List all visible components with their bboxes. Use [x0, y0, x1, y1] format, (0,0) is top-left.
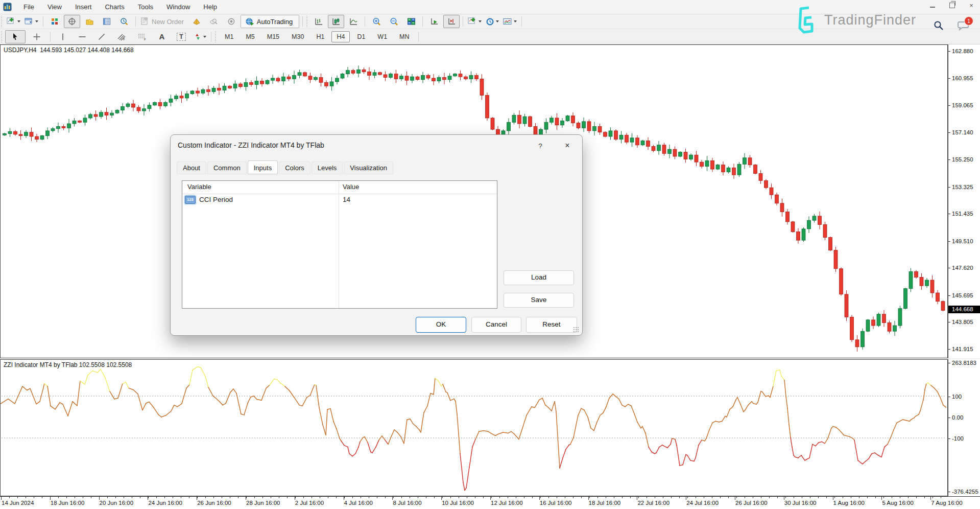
- column-value: Value: [343, 183, 359, 191]
- metaeditor-button[interactable]: [206, 15, 222, 28]
- load-button[interactable]: Load: [504, 270, 574, 285]
- templates-button[interactable]: [501, 15, 518, 28]
- community-button[interactable]: [223, 15, 240, 28]
- cancel-button[interactable]: Cancel: [471, 317, 521, 333]
- ok-button[interactable]: OK: [416, 317, 466, 333]
- price-tick: 153.325: [948, 183, 973, 191]
- menu-window[interactable]: Window: [160, 1, 197, 13]
- tile-windows-button[interactable]: [403, 15, 419, 28]
- timeframe-h1[interactable]: H1: [311, 31, 329, 42]
- cursor-tool-button[interactable]: [5, 30, 26, 43]
- variable-value[interactable]: 14: [343, 196, 350, 203]
- menu-tools[interactable]: Tools: [131, 1, 160, 13]
- strategy-tester-button[interactable]: [116, 15, 132, 28]
- auto-scroll-button[interactable]: [426, 15, 442, 28]
- zoom-out-button[interactable]: [386, 15, 402, 28]
- timeframe-w1[interactable]: W1: [372, 31, 392, 42]
- toolbar-drag-handle[interactable]: [215, 31, 217, 42]
- resize-grip[interactable]: [573, 327, 579, 332]
- arrows-tool-button[interactable]: [192, 30, 208, 43]
- navigator-button[interactable]: [81, 15, 98, 28]
- timeframe-m5[interactable]: M5: [241, 31, 259, 42]
- timeframe-m30[interactable]: M30: [286, 31, 309, 42]
- time-minor-tick: [924, 497, 925, 498]
- indicator-tick: 263.8183: [948, 359, 976, 366]
- indicator-panel[interactable]: ZZI Indicator MT4 by TFlab 102.5508 102.…: [0, 359, 948, 496]
- timeframe-d1[interactable]: D1: [352, 31, 370, 42]
- tab-common[interactable]: Common: [207, 161, 247, 174]
- time-minor-tick: [83, 497, 83, 498]
- time-minor-tick: [410, 497, 410, 498]
- indicator-line-chart[interactable]: [1, 360, 946, 495]
- crosshair-tool-button[interactable]: [27, 30, 47, 43]
- chart-shift-button[interactable]: [443, 15, 460, 28]
- vertical-line-tool-button[interactable]: [54, 30, 72, 43]
- autotrading-button[interactable]: AutoTrading: [241, 15, 299, 28]
- indicator-line: [1, 367, 946, 491]
- price-axis[interactable]: 162.880160.955159.065157.140155.250153.3…: [948, 44, 980, 358]
- close-icon[interactable]: ×: [560, 139, 575, 152]
- toolbar-drag-handle[interactable]: [1, 31, 3, 42]
- text-label-tool-button[interactable]: T: [172, 30, 190, 43]
- menu-insert[interactable]: Insert: [68, 1, 99, 13]
- search-icon[interactable]: [934, 20, 944, 31]
- bar-chart-type-button[interactable]: [310, 15, 327, 28]
- save-button[interactable]: Save: [504, 293, 574, 308]
- timeframe-m15[interactable]: M15: [262, 31, 284, 42]
- help-icon[interactable]: ?: [534, 140, 546, 152]
- time-minor-tick: [303, 497, 304, 498]
- tab-visualization[interactable]: Visualization: [344, 161, 393, 174]
- label-glyph: T: [177, 33, 185, 41]
- time-minor-tick: [892, 497, 892, 498]
- line-chart-type-button[interactable]: [345, 15, 362, 28]
- menu-help[interactable]: Help: [197, 1, 224, 13]
- horizontal-line-tool-button[interactable]: [73, 30, 91, 43]
- menu-file[interactable]: File: [17, 1, 41, 13]
- time-minor-tick: [834, 497, 835, 498]
- fibonacci-tool-button[interactable]: F: [132, 30, 152, 43]
- time-axis[interactable]: 14 Jun 202418 Jun 16:0020 Jun 16:0024 Ju…: [0, 496, 980, 509]
- indicators-button[interactable]: [466, 15, 483, 28]
- periods-button[interactable]: [484, 15, 500, 28]
- indicator-axis[interactable]: 263.81831000.00-100-376.4255: [948, 359, 980, 496]
- tab-colors[interactable]: Colors: [279, 161, 310, 174]
- time-minor-tick: [377, 497, 377, 498]
- tab-levels[interactable]: Levels: [312, 161, 343, 174]
- text-tool-button[interactable]: A: [153, 30, 171, 43]
- time-minor-tick: [736, 497, 737, 498]
- chat-button[interactable]: 1: [957, 20, 969, 31]
- reset-button[interactable]: Reset: [526, 317, 577, 333]
- experts-button[interactable]: [188, 15, 205, 28]
- time-minor-tick: [745, 497, 745, 498]
- time-minor-tick: [75, 497, 75, 498]
- new-order-button[interactable]: New Order: [139, 15, 187, 28]
- time-minor-tick: [164, 497, 165, 498]
- timeframe-h4[interactable]: H4: [331, 31, 350, 42]
- channel-tool-button[interactable]: F: [112, 30, 131, 43]
- zoom-in-button[interactable]: [368, 15, 385, 28]
- price-tick: 151.435: [948, 210, 973, 217]
- menu-view[interactable]: View: [41, 1, 68, 13]
- time-minor-tick: [181, 497, 181, 498]
- time-minor-tick: [647, 497, 647, 498]
- terminal-button[interactable]: [99, 15, 115, 28]
- svg-text:F: F: [144, 38, 146, 41]
- data-window-button[interactable]: [64, 15, 80, 28]
- time-minor-tick: [883, 497, 884, 498]
- dialog-title[interactable]: Custom Indicator - ZZI Indicator MT4 by …: [178, 141, 324, 149]
- timeframe-mn[interactable]: MN: [394, 31, 414, 42]
- table-row[interactable]: 123 CCI Period 14: [182, 194, 497, 205]
- toolbar-drag-handle[interactable]: [306, 16, 308, 27]
- tab-inputs[interactable]: Inputs: [248, 160, 278, 174]
- market-watch-button[interactable]: [46, 15, 63, 28]
- new-chart-button[interactable]: [5, 15, 22, 28]
- candlestick-type-button[interactable]: [328, 15, 344, 28]
- tab-about[interactable]: About: [177, 161, 206, 174]
- custom-indicator-dialog: Custom Indicator - ZZI Indicator MT4 by …: [170, 134, 583, 336]
- profiles-button[interactable]: [23, 15, 40, 28]
- timeframe-m1[interactable]: M1: [220, 31, 238, 42]
- menu-charts[interactable]: Charts: [98, 1, 131, 13]
- time-minor-tick: [205, 497, 206, 498]
- trendline-tool-button[interactable]: [92, 30, 111, 43]
- toolbar-drag-handle[interactable]: [1, 16, 3, 27]
